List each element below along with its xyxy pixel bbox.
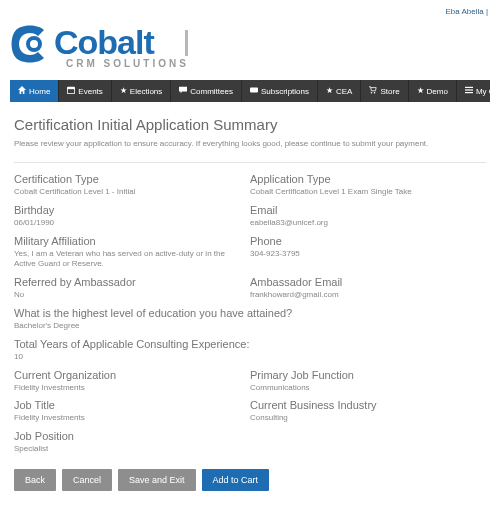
value-phone: 304-923-3795 [250,249,478,260]
value-military: Yes, I am a Veteran who has served on ac… [14,249,242,271]
subs-icon [250,86,258,96]
brand-logo: Cobalt CRM SOLUTIONS [10,16,490,80]
nav-label: My Orders [476,87,500,96]
cart-icon [369,86,377,96]
value-email: eabella83@unicef.org [250,218,478,229]
label-org: Current Organization [14,369,242,381]
nav-label: Subscriptions [261,87,309,96]
star-icon: ★ [326,87,333,95]
topbar-sep: | [486,7,488,16]
label-amb-email: Ambassador Email [250,276,478,288]
nav-label: Events [78,87,102,96]
label-app-type: Application Type [250,173,478,185]
value-org: Fidelity Investments [14,383,242,394]
user-link[interactable]: Eba Abella [445,7,483,16]
value-cert-type: Cobalt Certification Level 1 - Initial [14,187,242,198]
value-amb-email: frankhoward@gmail.com [250,290,478,301]
calendar-icon [67,86,75,96]
value-experience: 10 [14,352,478,363]
value-birthday: 06/01/1990 [14,218,242,229]
nav-label: CEA [336,87,352,96]
value-position: Specialist [14,444,242,455]
value-education: Bachelor's Degree [14,321,478,332]
list-icon [465,86,473,96]
comment-icon [179,86,187,96]
page-instruction: Please review your application to ensure… [14,139,486,148]
nav-label: Store [380,87,399,96]
label-position: Job Position [14,430,242,442]
nav-label: Committees [190,87,233,96]
svg-rect-7 [465,89,473,90]
main-nav: Home Events ★ Elections Committees Subsc… [10,80,490,102]
nav-cea[interactable]: ★ CEA [318,80,361,102]
svg-rect-3 [250,88,258,93]
brand-sub: CRM SOLUTIONS [66,58,189,69]
nav-label: Demo [427,87,448,96]
label-referred: Referred by Ambassador [14,276,242,288]
brand-main: Cobalt [54,23,154,61]
label-military: Military Affiliation [14,235,242,247]
star-icon: ★ [120,87,127,95]
label-experience: Total Years of Applicable Consulting Exp… [14,338,478,350]
svg-point-4 [371,92,373,94]
nav-my-orders[interactable]: My Orders [457,80,500,102]
label-job-title: Job Title [14,399,242,411]
label-phone: Phone [250,235,478,247]
page-title: Certification Initial Application Summar… [14,116,486,133]
nav-elections[interactable]: ★ Elections [112,80,171,102]
label-cert-type: Certification Type [14,173,242,185]
value-job-title: Fidelity Investments [14,413,242,424]
cancel-button[interactable]: Cancel [62,469,112,491]
divider [14,162,486,163]
svg-rect-6 [465,87,473,88]
value-referred: No [14,290,242,301]
nav-events[interactable]: Events [59,80,111,102]
nav-home[interactable]: Home [10,80,59,102]
nav-store[interactable]: Store [361,80,408,102]
home-icon [18,86,26,96]
svg-point-5 [374,92,376,94]
label-email: Email [250,204,478,216]
svg-rect-2 [68,89,74,93]
back-button[interactable]: Back [14,469,56,491]
nav-label: Home [29,87,50,96]
nav-subscriptions[interactable]: Subscriptions [242,80,318,102]
value-job-function: Communications [250,383,478,394]
label-industry: Current Business Industry [250,399,478,411]
add-to-cart-button[interactable]: Add to Cart [202,469,270,491]
value-app-type: Cobalt Certification Level 1 Exam Single… [250,187,478,198]
label-education: What is the highest level of education y… [14,307,478,319]
svg-rect-8 [465,92,473,93]
star-icon: ★ [417,87,424,95]
value-industry: Consulting [250,413,478,424]
nav-committees[interactable]: Committees [171,80,242,102]
nav-demo[interactable]: ★ Demo [409,80,457,102]
label-birthday: Birthday [14,204,242,216]
svg-rect-0 [185,30,188,56]
nav-label: Elections [130,87,162,96]
label-job-function: Primary Job Function [250,369,478,381]
save-exit-button[interactable]: Save and Exit [118,469,196,491]
